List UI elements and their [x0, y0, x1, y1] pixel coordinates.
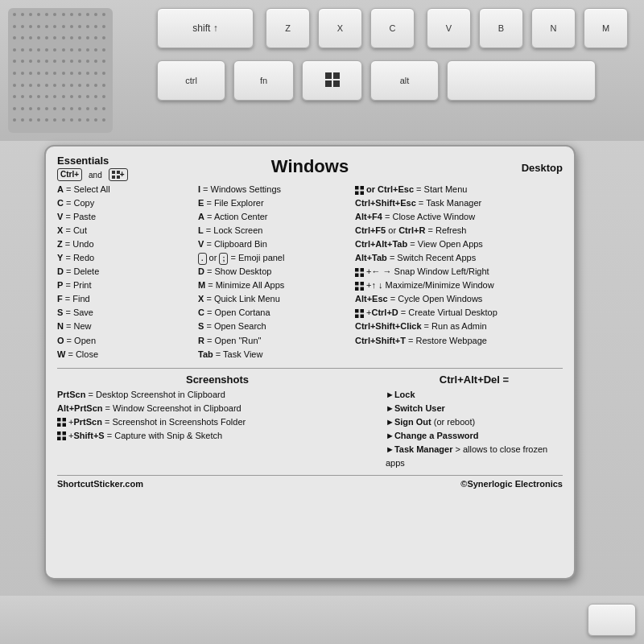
key-v-top[interactable]: V — [427, 8, 471, 48]
speaker-dot — [45, 72, 48, 75]
speaker-dot — [37, 25, 40, 28]
svg-rect-27 — [63, 423, 67, 427]
keyboard-bottom-area — [0, 596, 644, 644]
speaker-dot — [70, 25, 73, 28]
speaker-dot — [13, 118, 16, 122]
speaker-dot — [45, 48, 48, 52]
svg-rect-17 — [361, 282, 365, 286]
speaker-dot — [21, 60, 24, 63]
svg-rect-25 — [63, 418, 67, 422]
middle-column: I = Windows Settings E = File Explorer A… — [198, 183, 355, 361]
key-arrow-right[interactable] — [588, 604, 636, 636]
key-b-top[interactable]: B — [479, 8, 523, 48]
speaker-dot — [37, 72, 40, 75]
svg-rect-1 — [333, 72, 340, 79]
speaker-dot — [45, 25, 48, 28]
shortcut-sticker: Essentials Ctrl+ and + Windows — [44, 145, 576, 580]
speaker-dot — [37, 36, 40, 39]
speaker-dot — [29, 13, 32, 16]
svg-rect-24 — [57, 418, 61, 422]
speaker-dot — [53, 48, 56, 52]
speaker-dot — [102, 13, 105, 16]
speaker-dot — [78, 60, 81, 63]
speaker-dot — [62, 25, 65, 28]
svg-rect-6 — [112, 175, 115, 179]
speaker-dot — [53, 25, 56, 28]
speaker-dot — [45, 60, 48, 63]
svg-rect-14 — [355, 273, 359, 277]
ctrl-alt-del-section: Ctrl+Alt+Del = ►Lock ►Switch User ►Sign … — [386, 374, 563, 470]
speaker-dot — [94, 84, 97, 87]
speaker-dot — [45, 36, 48, 39]
speaker-dot — [62, 95, 65, 98]
svg-rect-22 — [355, 315, 359, 319]
svg-rect-3 — [333, 80, 340, 87]
svg-rect-15 — [361, 273, 365, 277]
svg-rect-23 — [361, 315, 365, 319]
speaker-dot — [86, 107, 89, 110]
speaker-dot — [53, 13, 56, 16]
speaker-dot — [45, 95, 48, 98]
speaker-dot — [70, 48, 73, 52]
speaker-dot — [13, 48, 16, 52]
speaker-dot — [21, 72, 24, 75]
speaker-dot — [45, 13, 48, 16]
speaker-dot — [70, 72, 73, 75]
speaker-dot — [102, 60, 105, 63]
svg-rect-19 — [361, 287, 365, 291]
key-alt[interactable]: alt — [370, 60, 439, 101]
key-shift[interactable]: shift ↑ — [157, 8, 254, 48]
speaker-dot — [37, 60, 40, 63]
speaker-dot — [13, 36, 16, 39]
speaker-dot — [29, 36, 32, 39]
svg-rect-0 — [325, 72, 332, 79]
speaker-dot — [86, 36, 89, 39]
speaker-dot — [70, 36, 73, 39]
speaker-dot — [62, 48, 65, 52]
svg-rect-12 — [355, 268, 359, 272]
speaker-dot — [29, 107, 32, 110]
speaker-dot — [21, 84, 24, 87]
speaker-dot — [37, 107, 40, 110]
screenshots-section: Screenshots PrtScn = Desktop Screenshot … — [57, 374, 378, 470]
key-z[interactable]: Z — [266, 8, 310, 48]
speaker-dot — [45, 107, 48, 110]
speaker-dot — [53, 36, 56, 39]
keyboard-top-area: shift ↑ Z X C V B N M ctrl fn — [0, 0, 644, 141]
speaker-dot — [62, 84, 65, 87]
speaker-dot — [70, 95, 73, 98]
ctrl-alt-del-header: Ctrl+Alt+Del = — [386, 374, 563, 386]
speaker-dot — [94, 118, 97, 122]
speaker-dot — [70, 118, 73, 122]
main-title: Windows — [271, 156, 349, 177]
svg-rect-20 — [355, 309, 359, 313]
speaker-dot — [29, 72, 32, 75]
key-n-top[interactable]: N — [531, 8, 576, 48]
speaker-dot — [78, 95, 81, 98]
speaker-dot — [78, 13, 81, 16]
speaker-dot — [21, 48, 24, 52]
speaker-dot — [102, 95, 105, 98]
key-m-top[interactable]: M — [584, 8, 628, 48]
svg-rect-29 — [63, 431, 67, 436]
key-win[interactable] — [302, 60, 362, 101]
key-c[interactable]: C — [370, 8, 415, 48]
speaker-dot — [37, 118, 40, 122]
svg-rect-18 — [355, 287, 359, 291]
key-x[interactable]: X — [318, 8, 362, 48]
speaker-dot — [94, 13, 97, 16]
speaker-dot — [86, 95, 89, 98]
speaker-dot — [70, 107, 73, 110]
win-plus-label: + — [109, 168, 128, 181]
desktop-column: or Ctrl+Esc = Start Menu Ctrl+Shift+Esc … — [355, 183, 563, 361]
key-ctrl[interactable]: ctrl — [157, 60, 225, 101]
speaker-dot — [13, 84, 16, 87]
speaker-dot — [29, 25, 32, 28]
essentials-header: Essentials — [57, 155, 162, 167]
speaker-dot — [86, 60, 89, 63]
speaker-dot — [102, 107, 105, 110]
speaker-dot — [53, 60, 56, 63]
key-spacebar[interactable] — [447, 60, 596, 101]
speaker-dot — [94, 25, 97, 28]
key-fn[interactable]: fn — [233, 60, 294, 101]
